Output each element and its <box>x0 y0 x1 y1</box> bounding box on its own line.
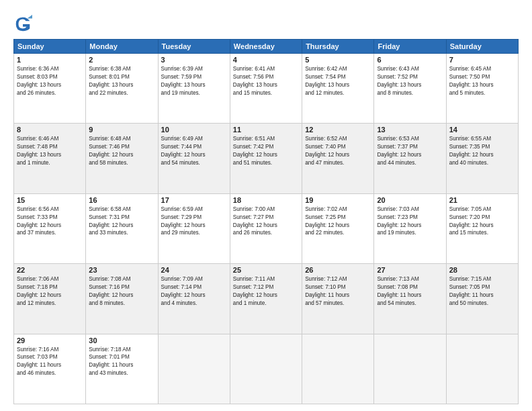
day-info: Sunrise: 6:36 AMSunset: 8:03 PMDaylight:… <box>17 65 83 97</box>
day-number: 10 <box>161 126 227 134</box>
calendar-day-cell: 22Sunrise: 7:06 AMSunset: 7:18 PMDayligh… <box>14 264 86 334</box>
day-number: 30 <box>89 336 154 345</box>
day-number: 14 <box>449 126 515 134</box>
day-info: Sunrise: 6:53 AMSunset: 7:37 PMDaylight:… <box>377 135 443 167</box>
page: SundayMondayTuesdayWednesdayThursdayFrid… <box>0 0 532 411</box>
calendar-day-cell: 1Sunrise: 6:36 AMSunset: 8:03 PMDaylight… <box>14 54 86 124</box>
calendar-header-row: SundayMondayTuesdayWednesdayThursdayFrid… <box>14 40 519 54</box>
calendar-day-cell: 5Sunrise: 6:42 AMSunset: 7:54 PMDaylight… <box>302 54 374 124</box>
day-number: 6 <box>377 56 443 64</box>
day-info: Sunrise: 7:11 AMSunset: 7:12 PMDaylight:… <box>233 275 299 308</box>
day-number: 29 <box>17 336 83 345</box>
calendar-day-cell: 8Sunrise: 6:46 AMSunset: 7:48 PMDaylight… <box>14 124 86 193</box>
calendar-day-cell <box>446 334 518 404</box>
day-info: Sunrise: 6:51 AMSunset: 7:42 PMDaylight:… <box>233 135 299 167</box>
day-number: 1 <box>17 56 83 64</box>
calendar-week-row: 22Sunrise: 7:06 AMSunset: 7:18 PMDayligh… <box>14 264 519 334</box>
day-info: Sunrise: 7:16 AMSunset: 7:03 PMDaylight:… <box>17 346 83 378</box>
day-info: Sunrise: 6:48 AMSunset: 7:46 PMDaylight:… <box>89 135 154 167</box>
day-number: 3 <box>161 56 227 64</box>
day-number: 21 <box>449 196 515 204</box>
day-info: Sunrise: 6:46 AMSunset: 7:48 PMDaylight:… <box>17 135 83 167</box>
day-number: 24 <box>161 266 227 274</box>
day-number: 19 <box>305 196 371 204</box>
day-number: 18 <box>233 196 299 204</box>
calendar-day-cell: 4Sunrise: 6:41 AMSunset: 7:56 PMDaylight… <box>230 54 302 124</box>
day-info: Sunrise: 6:45 AMSunset: 7:50 PMDaylight:… <box>449 65 515 97</box>
day-number: 7 <box>449 56 515 64</box>
day-number: 28 <box>449 266 515 274</box>
calendar-header-friday: Friday <box>374 40 446 54</box>
calendar-day-cell: 2Sunrise: 6:38 AMSunset: 8:01 PMDaylight… <box>86 54 158 124</box>
day-info: Sunrise: 7:05 AMSunset: 7:20 PMDaylight:… <box>449 205 515 238</box>
day-info: Sunrise: 6:58 AMSunset: 7:31 PMDaylight:… <box>89 205 154 238</box>
calendar-day-cell: 9Sunrise: 6:48 AMSunset: 7:46 PMDaylight… <box>86 124 158 193</box>
calendar-day-cell: 10Sunrise: 6:49 AMSunset: 7:44 PMDayligh… <box>158 124 230 193</box>
day-info: Sunrise: 7:09 AMSunset: 7:14 PMDaylight:… <box>161 275 227 308</box>
day-number: 17 <box>161 196 227 204</box>
day-info: Sunrise: 6:56 AMSunset: 7:33 PMDaylight:… <box>17 205 83 238</box>
calendar-day-cell: 11Sunrise: 6:51 AMSunset: 7:42 PMDayligh… <box>230 124 302 193</box>
calendar-day-cell: 28Sunrise: 7:15 AMSunset: 7:05 PMDayligh… <box>446 264 518 334</box>
day-number: 16 <box>89 196 154 204</box>
calendar-day-cell: 13Sunrise: 6:53 AMSunset: 7:37 PMDayligh… <box>374 124 446 193</box>
calendar-day-cell: 18Sunrise: 7:00 AMSunset: 7:27 PMDayligh… <box>230 193 302 263</box>
day-info: Sunrise: 6:41 AMSunset: 7:56 PMDaylight:… <box>233 65 299 97</box>
day-info: Sunrise: 6:43 AMSunset: 7:52 PMDaylight:… <box>377 65 443 97</box>
day-info: Sunrise: 6:59 AMSunset: 7:29 PMDaylight:… <box>161 205 227 238</box>
calendar-day-cell <box>158 334 230 404</box>
calendar-header-sunday: Sunday <box>14 40 86 54</box>
header <box>13 12 519 34</box>
day-number: 12 <box>305 126 371 134</box>
calendar-day-cell <box>374 334 446 404</box>
calendar-day-cell: 29Sunrise: 7:16 AMSunset: 7:03 PMDayligh… <box>14 334 86 404</box>
calendar-header-wednesday: Wednesday <box>230 40 302 54</box>
calendar-day-cell: 6Sunrise: 6:43 AMSunset: 7:52 PMDaylight… <box>374 54 446 124</box>
calendar-day-cell: 23Sunrise: 7:08 AMSunset: 7:16 PMDayligh… <box>86 264 158 334</box>
day-number: 5 <box>305 56 371 64</box>
calendar-day-cell: 17Sunrise: 6:59 AMSunset: 7:29 PMDayligh… <box>158 193 230 263</box>
day-number: 23 <box>89 266 154 274</box>
calendar-day-cell <box>302 334 374 404</box>
logo-icon <box>13 15 32 34</box>
calendar-day-cell: 27Sunrise: 7:13 AMSunset: 7:08 PMDayligh… <box>374 264 446 334</box>
day-number: 4 <box>233 56 299 64</box>
calendar-header-thursday: Thursday <box>302 40 374 54</box>
day-number: 13 <box>377 126 443 134</box>
calendar-week-row: 8Sunrise: 6:46 AMSunset: 7:48 PMDaylight… <box>14 124 519 193</box>
day-info: Sunrise: 6:38 AMSunset: 8:01 PMDaylight:… <box>89 65 154 97</box>
calendar-day-cell <box>230 334 302 404</box>
day-number: 20 <box>377 196 443 204</box>
calendar-day-cell: 19Sunrise: 7:02 AMSunset: 7:25 PMDayligh… <box>302 193 374 263</box>
day-number: 15 <box>17 196 83 204</box>
day-info: Sunrise: 7:00 AMSunset: 7:27 PMDaylight:… <box>233 205 299 238</box>
day-info: Sunrise: 7:18 AMSunset: 7:01 PMDaylight:… <box>89 346 154 378</box>
calendar-day-cell: 14Sunrise: 6:55 AMSunset: 7:35 PMDayligh… <box>446 124 518 193</box>
day-info: Sunrise: 6:55 AMSunset: 7:35 PMDaylight:… <box>449 135 515 167</box>
calendar-week-row: 15Sunrise: 6:56 AMSunset: 7:33 PMDayligh… <box>14 193 519 263</box>
calendar-week-row: 29Sunrise: 7:16 AMSunset: 7:03 PMDayligh… <box>14 334 519 404</box>
day-number: 8 <box>17 126 83 134</box>
day-number: 26 <box>305 266 371 274</box>
day-number: 11 <box>233 126 299 134</box>
day-number: 9 <box>89 126 154 134</box>
day-info: Sunrise: 6:49 AMSunset: 7:44 PMDaylight:… <box>161 135 227 167</box>
day-info: Sunrise: 7:03 AMSunset: 7:23 PMDaylight:… <box>377 205 443 238</box>
day-number: 25 <box>233 266 299 274</box>
logo <box>13 15 34 34</box>
day-info: Sunrise: 7:12 AMSunset: 7:10 PMDaylight:… <box>305 275 371 308</box>
calendar-day-cell: 26Sunrise: 7:12 AMSunset: 7:10 PMDayligh… <box>302 264 374 334</box>
calendar-day-cell: 25Sunrise: 7:11 AMSunset: 7:12 PMDayligh… <box>230 264 302 334</box>
day-info: Sunrise: 6:52 AMSunset: 7:40 PMDaylight:… <box>305 135 371 167</box>
day-info: Sunrise: 6:42 AMSunset: 7:54 PMDaylight:… <box>305 65 371 97</box>
calendar-day-cell: 20Sunrise: 7:03 AMSunset: 7:23 PMDayligh… <box>374 193 446 263</box>
day-number: 27 <box>377 266 443 274</box>
calendar-day-cell: 12Sunrise: 6:52 AMSunset: 7:40 PMDayligh… <box>302 124 374 193</box>
calendar-header-saturday: Saturday <box>446 40 518 54</box>
day-info: Sunrise: 7:08 AMSunset: 7:16 PMDaylight:… <box>89 275 154 308</box>
calendar-day-cell: 3Sunrise: 6:39 AMSunset: 7:59 PMDaylight… <box>158 54 230 124</box>
day-info: Sunrise: 7:15 AMSunset: 7:05 PMDaylight:… <box>449 275 515 308</box>
day-info: Sunrise: 7:13 AMSunset: 7:08 PMDaylight:… <box>377 275 443 308</box>
calendar-week-row: 1Sunrise: 6:36 AMSunset: 8:03 PMDaylight… <box>14 54 519 124</box>
calendar-day-cell: 7Sunrise: 6:45 AMSunset: 7:50 PMDaylight… <box>446 54 518 124</box>
